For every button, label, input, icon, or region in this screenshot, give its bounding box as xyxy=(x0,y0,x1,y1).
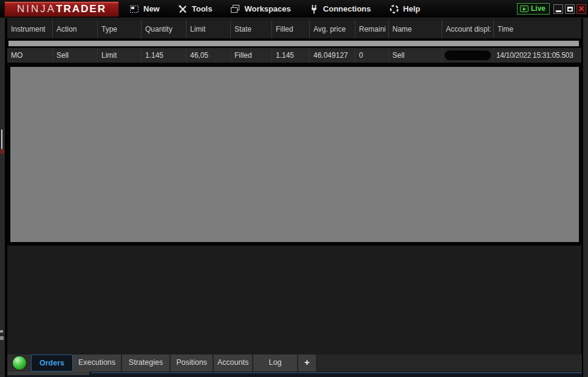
add-tab-button[interactable]: + xyxy=(298,355,316,372)
menu-connections-label: Connections xyxy=(323,4,371,13)
cell-action[interactable]: Sell xyxy=(53,48,98,63)
menu-help-label: Help xyxy=(403,4,420,13)
tab-log[interactable]: Log xyxy=(253,355,298,372)
redacted-account-scribble xyxy=(445,50,491,60)
column-header-account-display[interactable]: Account displ: xyxy=(442,20,494,38)
maximize-icon xyxy=(567,7,573,12)
cell-limit[interactable]: 46,05 xyxy=(186,48,231,63)
close-icon: ✕ xyxy=(578,5,585,13)
tools-icon xyxy=(178,4,188,14)
connection-status-cell xyxy=(7,355,31,372)
live-play-icon xyxy=(520,5,528,12)
cell-account-display[interactable] xyxy=(442,48,494,63)
bottom-tab-bar: Orders Executions Strategies Positions A… xyxy=(7,355,582,372)
titlebar-controls: Live ✕ xyxy=(517,3,586,15)
workspaces-icon xyxy=(230,4,240,14)
new-window-icon xyxy=(129,4,139,14)
tab-orders[interactable]: Orders xyxy=(31,355,73,372)
column-header-state[interactable]: State xyxy=(231,20,272,38)
ninjatrader-control-center-window: NINJATRADER New Tools Workspaces xyxy=(0,0,588,377)
logo-text-ninja: NINJA xyxy=(17,2,56,16)
cell-avg-price[interactable]: 46.049127 xyxy=(310,48,355,63)
column-header-time[interactable]: Time xyxy=(494,20,581,38)
background-window-artifact xyxy=(0,330,3,333)
column-header-remaining[interactable]: Remaini xyxy=(355,20,389,38)
column-header-avg-price[interactable]: Avg. price xyxy=(310,20,355,38)
cell-filled[interactable]: 1.145 xyxy=(272,48,310,63)
title-bar: NINJATRADER New Tools Workspaces xyxy=(0,0,588,18)
left-window-edge xyxy=(0,18,7,377)
cell-instrument[interactable]: MO xyxy=(7,48,53,63)
redacted-order-row xyxy=(7,38,581,48)
right-window-edge xyxy=(581,18,588,377)
background-window-artifact xyxy=(0,336,4,340)
plug-icon xyxy=(309,4,319,14)
close-button[interactable]: ✕ xyxy=(576,4,586,14)
background-window-artifact xyxy=(1,130,2,149)
cell-name[interactable]: Sell xyxy=(389,48,442,63)
column-header-instrument[interactable]: Instrument xyxy=(7,20,53,38)
redaction-bar xyxy=(9,41,579,46)
live-label: Live xyxy=(531,4,545,14)
menu-tools-label: Tools xyxy=(192,4,213,13)
window-bottom-edge xyxy=(7,372,582,377)
maximize-button[interactable] xyxy=(565,4,575,14)
cell-quantity[interactable]: 1.145 xyxy=(142,48,186,63)
active-tab-underline xyxy=(91,372,582,373)
minimize-button[interactable] xyxy=(553,4,563,14)
redacted-region-frame xyxy=(7,63,582,246)
menu-help[interactable]: Help xyxy=(389,4,420,14)
column-header-action[interactable]: Action xyxy=(53,20,98,38)
connection-status-orb-icon xyxy=(13,356,26,370)
cell-type[interactable]: Limit xyxy=(98,48,142,63)
column-header-quantity[interactable]: Quantity xyxy=(142,20,186,38)
menu-new-label: New xyxy=(143,4,160,13)
column-header-filled[interactable]: Filled xyxy=(272,20,310,38)
column-header-limit[interactable]: Limit xyxy=(186,20,231,38)
live-connection-badge[interactable]: Live xyxy=(517,3,550,15)
menu-workspaces-label: Workspaces xyxy=(244,4,290,13)
tab-accounts[interactable]: Accounts xyxy=(214,355,253,372)
background-window-artifact xyxy=(1,149,4,154)
tab-executions[interactable]: Executions xyxy=(73,355,122,372)
cell-time[interactable]: 14/10/2022 15:31:05.503 xyxy=(494,48,581,63)
menu-connections[interactable]: Connections xyxy=(309,4,371,14)
cell-remaining[interactable]: 0 xyxy=(355,48,389,63)
help-icon xyxy=(389,4,399,14)
orders-grid-header: Instrument Action Type Quantity Limit St… xyxy=(7,20,581,38)
redacted-orders-area xyxy=(10,67,579,242)
bottom-left-segment xyxy=(7,372,89,375)
column-header-name[interactable]: Name xyxy=(389,20,442,38)
ninjatrader-logo: NINJATRADER xyxy=(5,2,118,16)
column-header-type[interactable]: Type xyxy=(98,20,142,38)
menu-new[interactable]: New xyxy=(129,4,160,14)
minimize-icon xyxy=(556,10,561,12)
cell-state[interactable]: Filled xyxy=(231,48,272,63)
tab-positions[interactable]: Positions xyxy=(171,355,214,372)
tab-strategies[interactable]: Strategies xyxy=(122,355,171,372)
menu-bar: New Tools Workspaces Connections xyxy=(129,4,439,14)
menu-workspaces[interactable]: Workspaces xyxy=(230,4,290,14)
logo-text-trader: TRADER xyxy=(56,2,106,16)
order-row[interactable]: MO Sell Limit 1.145 46,05 Filled 1.145 4… xyxy=(7,48,581,63)
menu-tools[interactable]: Tools xyxy=(178,4,213,14)
